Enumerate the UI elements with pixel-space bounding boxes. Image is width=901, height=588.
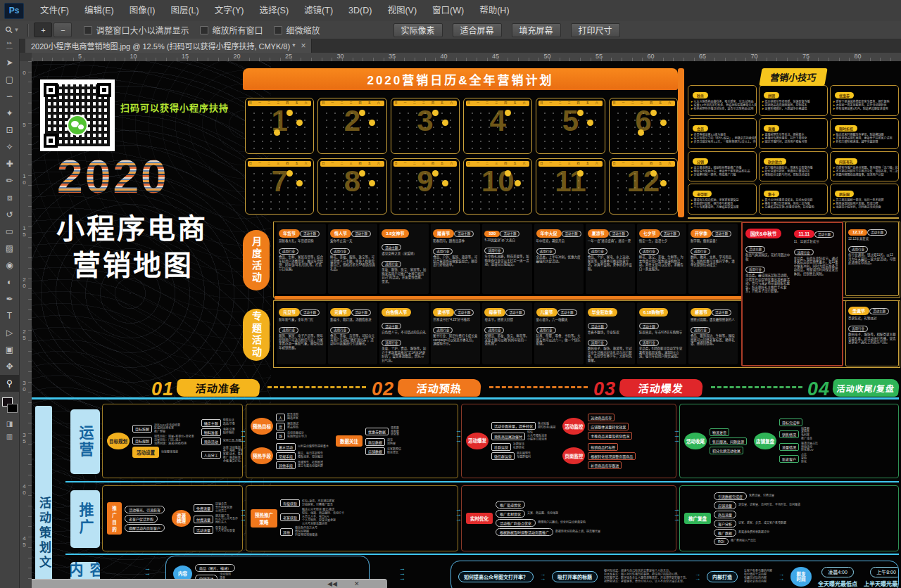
zoom-out-button[interactable]: −	[53, 23, 72, 37]
option-button-2[interactable]: 填充屏幕	[512, 23, 561, 37]
screen-mode-icon[interactable]: ▥	[0, 430, 19, 442]
tip-card-1: 拼团➤ 低价拼团引导老带新，快速裂变传播➤ 拼团商品选高频刚需款，控制成本➤ 设…	[759, 85, 828, 116]
menu-item-5[interactable]: 选择(S)	[251, 0, 296, 21]
activity-card-special-8: 感恩节活动主题感恩过周期，遇见最想感谢的人适用行业食品、服饰周边、生鲜等，围绕感…	[688, 302, 738, 364]
activity-name-pill: 年货节	[279, 229, 300, 238]
menu-item-10[interactable]: 帮助(H)	[472, 0, 517, 21]
calendar-month-number: 3	[391, 104, 459, 138]
activity-card-monthly-0: 年货节活动主题迎新春大礼，年货提前购适用行业食品、生鲜、家居百货等，结合年轻用户…	[277, 224, 326, 294]
tip-card-line: ➤ 秒杀前预热传播活动信息，适合引流型商品/试用	[691, 107, 754, 110]
path-select-tool-icon[interactable]: ▷	[0, 324, 19, 341]
tip-card-label: 限时折扣	[835, 125, 857, 132]
eyedropper-tool-icon[interactable]: ✧	[0, 139, 19, 155]
highlighted-date-dot	[638, 129, 644, 136]
menu-item-0[interactable]: 文件(F)	[32, 0, 77, 21]
close-icon[interactable]: ✕	[354, 580, 360, 588]
theme-pill: 活动主题	[814, 231, 834, 238]
move-tool-icon[interactable]: ➤	[0, 54, 19, 71]
background-window-strip[interactable]: ◀◀ ✕	[32, 579, 387, 588]
option-button-1[interactable]: 适合屏幕	[453, 23, 502, 37]
tip-card-line: ➤ 券有效期设置3天内，制造紧迫感促进使用	[833, 107, 896, 110]
tip-card-line: ➤ 海报带小程序码，扫码直达活动页面	[833, 205, 896, 209]
option-checkbox-0[interactable]: 调整窗口大小以满屏显示	[84, 24, 189, 36]
tip-card-label: 朋友圈	[835, 191, 854, 197]
lasso-tool-icon[interactable]: ∽	[0, 88, 19, 105]
menu-item-4[interactable]: 文字(Y)	[207, 0, 252, 21]
activity-card-special-3: 读书节活动主题世界读书日"4.23"好书推荐适用行业图书行业、知识付费打卡成长类…	[431, 302, 480, 364]
gradient-tool-icon[interactable]: ▨	[0, 240, 19, 257]
activity-card-special-2: 白色情人节活动主题白色情人节，不可错过的告白礼适用行业美妆、个护、食品、服饰等，…	[379, 302, 429, 364]
dodge-tool-icon[interactable]: ◐	[0, 274, 19, 290]
calendar-month-11: 日 一 二 三 四 五 六11	[536, 158, 605, 215]
highlighted-date-dot	[432, 110, 439, 116]
activity-name-pill: 读书节	[433, 308, 454, 317]
highlighted-date-dot	[650, 170, 657, 177]
pen-tool-icon[interactable]: ✒	[0, 290, 19, 307]
ruler-tick: 70	[751, 53, 758, 60]
zoom-tool-icon[interactable]: ⚲	[0, 375, 19, 392]
theme-text: 新学期，焕新装备！	[691, 239, 736, 243]
industry-pill: 适用行业	[279, 327, 298, 333]
flow-node: 数据关注	[336, 435, 363, 447]
palette-grip[interactable]: ▸▸┉┉	[0, 39, 19, 54]
industry-text: 玩具、母婴、零食、书包等，大朋友也可以过六一，做一个快乐星球。	[536, 334, 581, 346]
chevron-down-icon[interactable]: ▼	[14, 27, 20, 33]
activity-name-pill: 元旦节	[279, 308, 300, 317]
row-separator-1	[65, 481, 899, 482]
activity-card-special-5: 儿童节活动主题童心童乐，六一嗨翻天适用行业玩具、母婴、零食、书包等，大朋友也可以…	[534, 302, 584, 364]
theme-pill: 活动主题	[712, 309, 731, 316]
menu-item-2[interactable]: 图像(I)	[122, 0, 163, 21]
history-brush-tool-icon[interactable]: ↺	[0, 206, 19, 223]
brush-tool-icon[interactable]: ✏	[0, 172, 19, 189]
option-checkbox-2[interactable]: 细微缩放	[274, 24, 320, 36]
blur-tool-icon[interactable]: ◉	[0, 257, 19, 274]
menu-item-8[interactable]: 视图(V)	[379, 0, 424, 21]
tip-card-line: ➤ 不定期在回顾环节中推送中奖、领取名单，可二次传播	[833, 170, 896, 173]
tip-card-0: 秒杀➤ 以大众熟悉商品做秒杀，吸引新客、引流/试用品➤ 设置3-5分钟的定时秒杀…	[688, 85, 757, 116]
color-swatches[interactable]	[0, 396, 19, 417]
calendar-month-6: 日 一 二 三 四 五 六6	[609, 98, 678, 154]
rewind-icon[interactable]: ◀◀	[327, 580, 337, 588]
industry-pill: 适用行业	[382, 261, 401, 267]
phase-dashes	[711, 386, 802, 388]
menu-item-3[interactable]: 图层(L)	[163, 0, 206, 21]
menu-item-7[interactable]: 3D(D)	[341, 0, 379, 21]
document-canvas[interactable]: 扫码可以获得小程序扶持 2020 小程序电商 营销地图 2020营销日历&全年营…	[32, 61, 901, 588]
tip-card-10: 集卡➤ 集卡瓜分优惠券或奖金，拉动大促活跃➤ 稀有卡通过分享获得，带动二次传播➤…	[759, 184, 828, 215]
theme-pill: 活动主题	[867, 229, 887, 236]
clone-stamp-tool-icon[interactable]: ⧈	[0, 189, 19, 206]
eraser-tool-icon[interactable]: ▭	[0, 223, 19, 240]
industry-pill: 适用行业	[484, 248, 504, 254]
document-tab[interactable]: 2020小程序电商营销地图.jpg @ 12.5% (扫码可以获得小程序扶持, …	[25, 39, 312, 53]
option-button-3[interactable]: 打印尺寸	[571, 23, 620, 37]
menu-item-9[interactable]: 窗口(W)	[424, 0, 472, 21]
option-button-0[interactable]: 实际像素	[393, 23, 443, 37]
quick-mask-icon[interactable]: ◨	[0, 417, 19, 430]
flow-node: 活动推广利益点优化	[496, 519, 536, 527]
shape-tool-icon[interactable]: ▣	[0, 341, 19, 358]
activity-name-pill: 开学季	[691, 229, 712, 238]
activity-name-pill: 年中大促	[536, 229, 562, 238]
zoom-out-icon: −	[61, 26, 65, 34]
marquee-tool-icon[interactable]: ▢	[0, 71, 19, 88]
type-tool-icon[interactable]: T	[0, 307, 19, 324]
industry-pill: 适用行业	[382, 340, 401, 346]
magic-wand-tool-icon[interactable]: ✦	[0, 105, 19, 122]
ruler-tick: 10	[21, 173, 27, 186]
big-event-name-pill: 国庆&中秋节	[745, 229, 781, 238]
zoom-in-button[interactable]: +	[34, 23, 52, 37]
crop-tool-icon[interactable]: ⊡	[0, 122, 19, 139]
menu-item-6[interactable]: 滤镜(T)	[296, 0, 341, 21]
industry-pill: 适用行业	[639, 248, 659, 255]
healing-brush-tool-icon[interactable]: ✚	[0, 155, 19, 172]
theme-text: 一年一度"清凉盛典"，清凉一夏	[588, 239, 633, 243]
hand-tool-icon[interactable]: ✥	[0, 358, 19, 375]
theme-text: 圣诞狂欢，礼物派对	[848, 317, 896, 321]
ruler-tick: 25	[285, 53, 292, 60]
tab-close-icon[interactable]: ×	[301, 41, 305, 51]
flow-cell-推广-04: 推广复盘引流数据完成度免费流量、付费流量店铺流量浏览量、访客量、访问时长、平均时…	[679, 485, 899, 551]
checkbox-icon	[84, 26, 92, 34]
tip-card-line: ➤ 答题内容围绕品牌故事，加深用户认知	[833, 173, 896, 177]
option-checkbox-1[interactable]: 缩放所有窗口	[200, 24, 263, 36]
menu-item-1[interactable]: 编辑(E)	[77, 0, 122, 21]
